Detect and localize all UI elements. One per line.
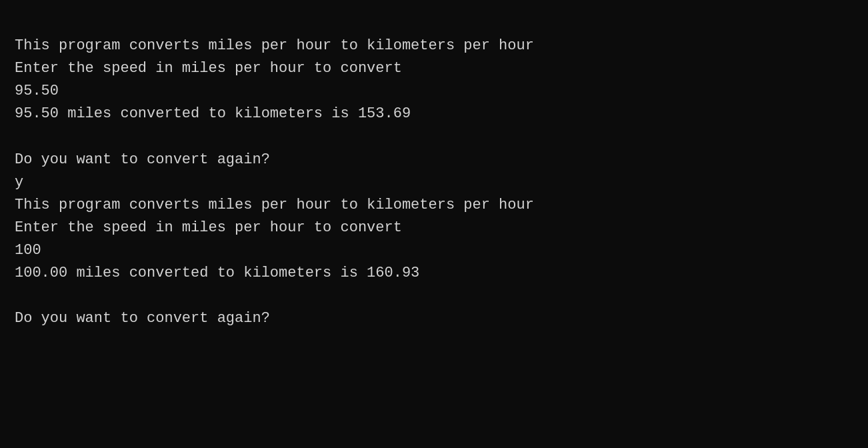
terminal-window: This program converts miles per hour to … bbox=[0, 0, 868, 448]
terminal-line-10: 100 bbox=[15, 239, 853, 262]
terminal-line-8: This program converts miles per hour to … bbox=[15, 194, 853, 217]
terminal-line-5 bbox=[15, 125, 853, 148]
terminal-line-7: y bbox=[15, 171, 853, 194]
terminal-line-9: Enter the speed in miles per hour to con… bbox=[15, 217, 853, 239]
terminal-line-11: 100.00 miles converted to kilometers is … bbox=[15, 262, 853, 285]
terminal-line-13: Do you want to convert again? bbox=[15, 307, 853, 330]
terminal-line-3: 95.50 bbox=[15, 80, 853, 103]
terminal-line-4: 95.50 miles converted to kilometers is 1… bbox=[15, 103, 853, 125]
terminal-line-2: Enter the speed in miles per hour to con… bbox=[15, 57, 853, 80]
terminal-line-12 bbox=[15, 285, 853, 307]
terminal-line-1: This program converts miles per hour to … bbox=[15, 35, 853, 57]
terminal-line-6: Do you want to convert again? bbox=[15, 149, 853, 171]
